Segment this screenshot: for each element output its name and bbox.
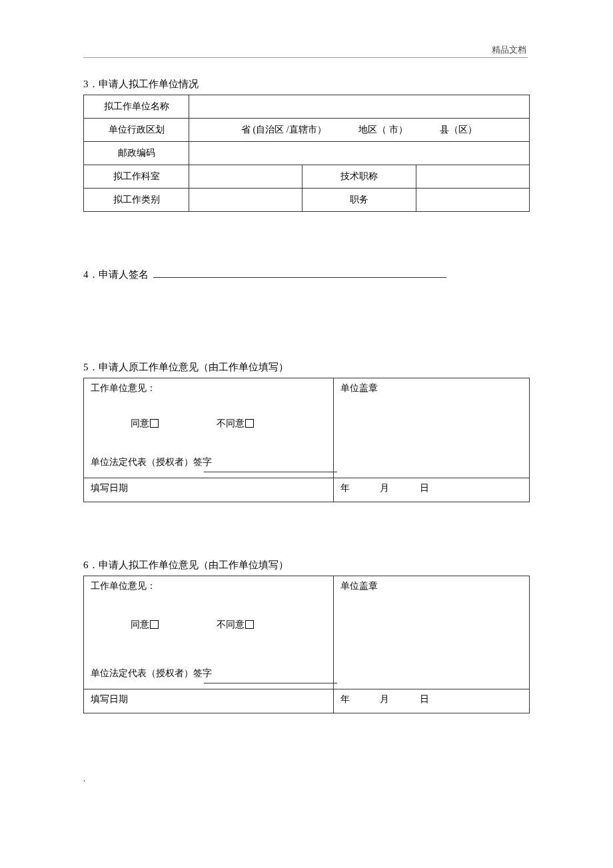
section-6-number: 6． xyxy=(83,560,99,570)
section-3-table: 拟工作单位名称 单位行政区划 省 (自治区 /直辖市） 地区（ 市） 县（区） … xyxy=(83,95,530,212)
section-6-table: 工作单位意见： 同意 不同意 单位法定代表（授权者）签字 单位盖章 填写日期 年 xyxy=(83,576,530,713)
table-row: 工作单位意见： 同意 不同意 单位法定代表（授权者）签字 单位盖章 xyxy=(84,378,530,478)
section-6-heading: 6．申请人拟工作单位意见（由工作单位填写） xyxy=(83,559,530,572)
proposed-unit-opinion-cell: 工作单位意见： 同意 不同意 单位法定代表（授权者）签字 xyxy=(84,576,334,689)
month-label: 月 xyxy=(380,482,417,494)
opinion-choice-row: 同意 不同意 xyxy=(131,619,326,631)
legal-rep-signature-label: 单位法定代表（授权者）签字 xyxy=(91,667,326,679)
section-5: 5．申请人原工作单位意见（由工作单位填写） 工作单位意见： 同意 不同意 单位法… xyxy=(83,361,530,502)
table-row: 工作单位意见： 同意 不同意 单位法定代表（授权者）签字 单位盖章 xyxy=(84,576,530,689)
tech-title-label: 技术职称 xyxy=(303,165,416,189)
day-label: 日 xyxy=(420,482,457,494)
opinion-choice-row: 同意 不同意 xyxy=(131,418,326,430)
table-row: 拟工作类别 职务 xyxy=(84,189,530,212)
work-category-field[interactable] xyxy=(189,189,303,212)
table-row: 邮政编码 xyxy=(84,142,530,165)
unit-seal-label: 单位盖章 xyxy=(340,581,378,591)
section-5-number: 5． xyxy=(83,362,99,372)
work-category-label: 拟工作类别 xyxy=(84,189,189,212)
section-4-number: 4． xyxy=(83,269,99,280)
section-4-title: 申请人签名 xyxy=(99,269,149,280)
applicant-signature-field[interactable] xyxy=(153,277,446,278)
fill-date-field[interactable]: 年 月 日 xyxy=(333,478,529,502)
admin-region-label: 地区（ 市） xyxy=(358,124,438,136)
postcode-label: 邮政编码 xyxy=(84,142,189,165)
month-label: 月 xyxy=(380,693,417,705)
opinion-label: 工作单位意见： xyxy=(91,382,326,394)
agree-checkbox[interactable] xyxy=(150,620,159,629)
admin-county-label: 县（区） xyxy=(440,124,477,136)
disagree-label: 不同意 xyxy=(217,418,245,428)
footer-dot: . xyxy=(83,773,530,784)
table-row: 填写日期 年 月 日 xyxy=(84,689,530,713)
fill-date-label-cell: 填写日期 xyxy=(84,689,334,713)
admin-division-field[interactable]: 省 (自治区 /直辖市） 地区（ 市） 县（区） xyxy=(189,119,530,142)
admin-division-label: 单位行政区划 xyxy=(84,119,189,142)
opinion-label: 工作单位意见： xyxy=(91,580,326,592)
section-6-title: 申请人拟工作单位意见（由工作单位填写） xyxy=(99,560,289,570)
agree-checkbox[interactable] xyxy=(150,419,159,428)
unit-seal-cell[interactable]: 单位盖章 xyxy=(333,576,529,689)
header-watermark: 精品文档 xyxy=(492,44,526,56)
section-3-title: 申请人拟工作单位情况 xyxy=(99,79,199,89)
fill-date-field[interactable]: 年 月 日 xyxy=(333,689,529,713)
department-label: 拟工作科室 xyxy=(84,165,189,189)
disagree-label: 不同意 xyxy=(217,620,245,630)
original-unit-opinion-cell: 工作单位意见： 同意 不同意 单位法定代表（授权者）签字 xyxy=(84,378,334,478)
section-3: 3．申请人拟工作单位情况 拟工作单位名称 单位行政区划 省 (自治区 /直辖市）… xyxy=(83,78,530,212)
position-label: 职务 xyxy=(303,189,416,212)
section-5-table: 工作单位意见： 同意 不同意 单位法定代表（授权者）签字 单位盖章 填写日期 年 xyxy=(83,378,530,502)
table-row: 填写日期 年 月 日 xyxy=(84,478,530,502)
agree-label: 同意 xyxy=(131,418,149,428)
unit-seal-label: 单位盖章 xyxy=(340,383,378,393)
legal-rep-signature-field[interactable] xyxy=(204,472,337,472)
postcode-field[interactable] xyxy=(189,142,530,165)
section-4-heading: 4．申请人签名 xyxy=(83,269,151,280)
document-page: 精品文档 3．申请人拟工作单位情况 拟工作单位名称 单位行政区划 省 (自治区 … xyxy=(0,0,613,824)
unit-seal-cell[interactable]: 单位盖章 xyxy=(333,378,529,478)
disagree-checkbox[interactable] xyxy=(245,419,254,428)
section-4: 4．申请人签名 xyxy=(83,268,530,281)
fill-date-label-cell: 填写日期 xyxy=(84,478,334,502)
agree-label: 同意 xyxy=(131,620,149,630)
section-3-heading: 3．申请人拟工作单位情况 xyxy=(83,78,530,91)
table-row: 拟工作科室 技术职称 xyxy=(84,165,530,189)
section-3-number: 3． xyxy=(83,79,99,89)
header-rule xyxy=(83,57,528,58)
disagree-checkbox[interactable] xyxy=(245,620,254,629)
table-row: 单位行政区划 省 (自治区 /直辖市） 地区（ 市） 县（区） xyxy=(84,119,530,142)
department-field[interactable] xyxy=(189,165,303,189)
legal-rep-signature-field[interactable] xyxy=(204,683,337,683)
legal-rep-signature-label: 单位法定代表（授权者）签字 xyxy=(91,456,326,468)
section-5-title: 申请人原工作单位意见（由工作单位填写） xyxy=(99,362,289,372)
year-label: 年 xyxy=(340,693,378,705)
day-label: 日 xyxy=(420,693,457,705)
unit-name-label: 拟工作单位名称 xyxy=(84,95,189,119)
table-row: 拟工作单位名称 xyxy=(84,95,530,119)
unit-name-field[interactable] xyxy=(189,95,530,119)
position-field[interactable] xyxy=(416,189,529,212)
admin-province-label: 省 (自治区 /直辖市） xyxy=(241,124,356,136)
year-label: 年 xyxy=(340,482,378,494)
tech-title-field[interactable] xyxy=(416,165,529,189)
section-6: 6．申请人拟工作单位意见（由工作单位填写） 工作单位意见： 同意 不同意 单位法… xyxy=(83,559,530,713)
section-5-heading: 5．申请人原工作单位意见（由工作单位填写） xyxy=(83,361,530,374)
